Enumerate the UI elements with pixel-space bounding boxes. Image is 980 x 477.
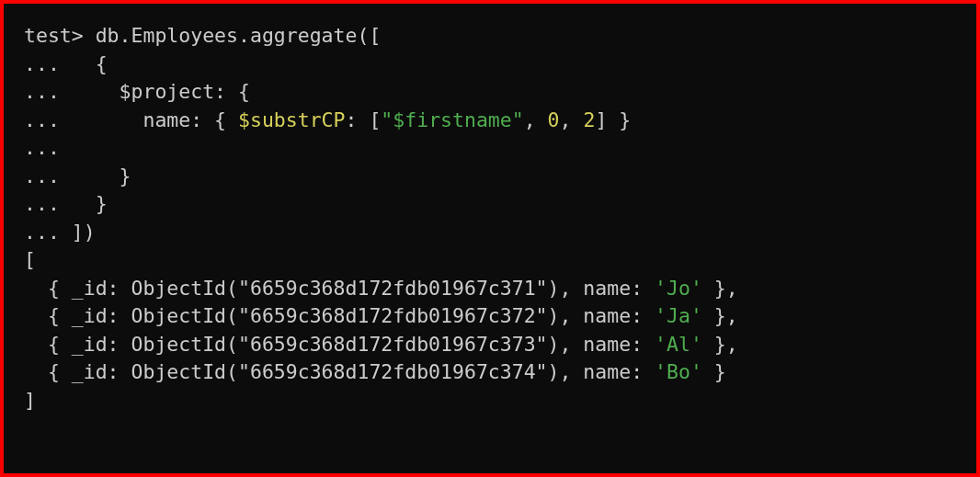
cmd-line-1: db.Employees.aggregate([ — [84, 24, 382, 47]
cont-prompt: ... — [24, 52, 60, 75]
arg-len: 2 — [583, 108, 595, 131]
arg-start: 0 — [548, 108, 560, 131]
sep1: , — [524, 108, 548, 131]
result-close: ] — [24, 389, 36, 412]
cmd-line-6: } — [60, 165, 131, 187]
cont-prompt: ... — [24, 165, 60, 187]
cmd-line-3: $project: { — [60, 80, 250, 103]
result-row-pre: { _id: ObjectId("6659c368d172fdb01967c37… — [24, 360, 655, 383]
cmd-line-4a: name: { — [60, 108, 238, 131]
result-row-post: } — [702, 360, 726, 383]
result-row-val: 'Al' — [655, 333, 702, 356]
result-row-post: }, — [702, 304, 738, 327]
arg-field: "$firstname" — [381, 108, 523, 131]
cont-prompt: ... — [24, 136, 60, 159]
cmd-line-8: ]) — [60, 221, 96, 244]
result-row-post: }, — [702, 277, 738, 300]
result-row-pre: { _id: ObjectId("6659c368d172fdb01967c37… — [24, 277, 655, 300]
cmd-line-7: } — [60, 192, 108, 215]
result-row-post: }, — [702, 333, 738, 356]
cmd-line-2: { — [60, 52, 108, 75]
cont-prompt: ... — [24, 108, 60, 131]
cont-prompt: ... — [24, 80, 60, 103]
result-row-pre: { _id: ObjectId("6659c368d172fdb01967c37… — [24, 333, 655, 356]
result-row-pre: { _id: ObjectId("6659c368d172fdb01967c37… — [24, 304, 655, 327]
result-open: [ — [24, 248, 36, 271]
cmd-line-4c: ] } — [595, 108, 631, 131]
sep2: , — [560, 108, 584, 131]
cmd-line-4b: : [ — [346, 108, 382, 131]
operator-substrcp: $substrCP — [238, 108, 346, 131]
cont-prompt: ... — [24, 192, 60, 215]
cont-prompt: ... — [24, 221, 60, 244]
result-row-val: 'Ja' — [655, 304, 702, 327]
terminal-window: test> db.Employees.aggregate([ ... { ...… — [0, 0, 980, 477]
result-row-val: 'Jo' — [655, 277, 702, 300]
result-row-val: 'Bo' — [655, 360, 702, 383]
shell-prompt: test> — [24, 24, 84, 47]
